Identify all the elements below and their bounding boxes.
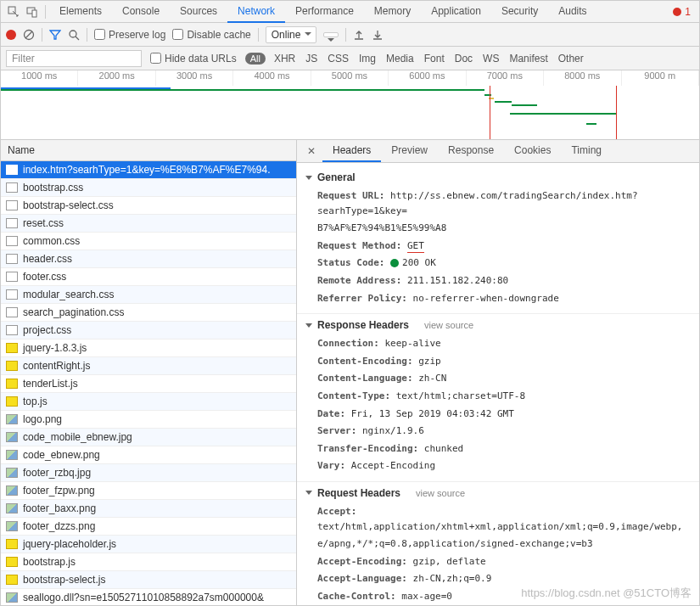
request-name: jquery-placeholder.js [23,538,116,550]
search-icon[interactable] [68,29,80,41]
view-source-link[interactable]: view source [416,488,465,498]
close-icon[interactable]: ✕ [300,145,322,157]
request-row[interactable]: reset.css [1,215,296,233]
document-file-icon [6,325,18,335]
detail-tab-headers[interactable]: Headers [322,140,381,162]
header-row: Transfer-Encoding: chunked [317,441,691,457]
ruler-tick: 2000 ms [78,70,155,86]
chevron-down-icon [305,32,311,36]
filter-input[interactable]: Filter [6,50,142,67]
tab-security[interactable]: Security [491,1,548,23]
detail-body[interactable]: General Request URL: http://ss.ebnew.com… [297,163,699,606]
clear-icon[interactable] [23,29,35,41]
inspect-icon[interactable] [4,3,23,21]
header-row: Server: nginx/1.9.6 [317,424,691,439]
error-count: 1 [685,6,691,18]
detail-tabs: ✕ HeadersPreviewResponseCookiesTiming [297,140,699,163]
filter-type-css[interactable]: CSS [328,53,349,65]
image-file-icon [6,450,18,460]
request-list[interactable]: index.htm?searhType=1&key=%E8%B7%AF%E7%9… [1,161,296,606]
tab-elements[interactable]: Elements [49,1,112,23]
js-file-icon [6,557,18,567]
detail-tab-preview[interactable]: Preview [381,140,438,162]
tab-network[interactable]: Network [227,1,285,23]
js-file-icon [6,361,18,371]
download-icon[interactable] [372,29,384,41]
throttle-select[interactable]: Online [266,26,317,43]
request-row[interactable]: logo.png [1,411,296,429]
request-row[interactable]: footer_rzbq.jpg [1,464,296,482]
timeline-overview[interactable]: 1000 ms2000 ms3000 ms4000 ms5000 ms6000 … [1,70,699,140]
image-file-icon [6,414,18,424]
triangle-down-icon[interactable] [305,176,312,180]
request-row[interactable]: footer.css [1,268,296,286]
upload-icon[interactable] [353,29,365,41]
triangle-down-icon[interactable] [305,491,312,495]
preserve-log-checkbox[interactable]: Preserve log [94,29,165,41]
request-row[interactable]: project.css [1,322,296,339]
request-row[interactable]: jquery-placeholder.js [1,536,296,553]
detail-panel: ✕ HeadersPreviewResponseCookiesTiming Ge… [297,140,699,606]
request-row[interactable]: jquery-1.8.3.js [1,339,296,357]
ruler-tick: 4000 ms [233,70,311,86]
request-row[interactable]: contentRight.js [1,357,296,375]
triangle-down-icon[interactable] [305,323,312,328]
request-row[interactable]: code_mobile_ebnew.jpg [1,429,296,446]
request-row[interactable]: bootstrap-select.css [1,197,296,215]
request-name: search_pagination.css [23,306,124,318]
filter-type-doc[interactable]: Doc [455,53,473,65]
request-name: logo.png [23,413,62,425]
filter-type-other[interactable]: Other [558,53,584,65]
filter-all[interactable]: All [245,53,266,65]
request-row[interactable]: seallogo.dll?sn=e15052711010858892a7sm00… [1,589,296,606]
detail-tab-cookies[interactable]: Cookies [504,140,561,162]
request-row[interactable]: tenderList.js [1,375,296,393]
request-row[interactable]: search_pagination.css [1,304,296,322]
filter-type-img[interactable]: Img [359,53,376,65]
disable-cache-checkbox[interactable]: Disable cache [172,29,250,41]
request-row[interactable]: footer_fzpw.png [1,482,296,500]
tab-performance[interactable]: Performance [285,1,364,23]
request-name: common.css [23,235,80,247]
filter-icon[interactable] [49,29,61,41]
filter-type-media[interactable]: Media [386,53,414,65]
tab-audits[interactable]: Audits [548,1,596,23]
filter-type-font[interactable]: Font [424,53,445,65]
request-row[interactable]: bootstrap.js [1,553,296,571]
request-name: bootstrap-select.css [23,199,114,211]
request-row[interactable]: header.css [1,250,296,268]
device-toggle-icon[interactable] [23,3,42,21]
tab-console[interactable]: Console [112,1,170,23]
document-file-icon [6,165,18,175]
svg-line-6 [76,36,79,40]
request-name: top.js [23,396,48,407]
detail-tab-response[interactable]: Response [438,140,504,162]
filter-type-manifest[interactable]: Manifest [509,53,547,65]
filter-type-js[interactable]: JS [305,53,317,65]
request-row[interactable]: footer_dzzs.png [1,518,296,536]
filter-type-xhr[interactable]: XHR [274,53,295,65]
error-badge[interactable]: 1 [673,6,696,18]
detail-tab-timing[interactable]: Timing [561,140,612,162]
request-row[interactable]: index.htm?searhType=1&key=%E8%B7%AF%E7%9… [1,161,296,179]
request-name: bootstrap-select.js [23,574,105,586]
request-row[interactable]: footer_baxx.png [1,500,296,518]
filter-type-ws[interactable]: WS [483,53,499,65]
request-row[interactable]: modular_search.css [1,286,296,304]
network-toolbar: Preserve log Disable cache Online [1,23,699,47]
request-row[interactable]: bootstrap.css [1,179,296,197]
request-row[interactable]: code_ebnew.png [1,446,296,464]
tab-application[interactable]: Application [421,1,491,23]
js-file-icon [6,343,18,353]
request-row[interactable]: bootstrap-select.js [1,571,296,589]
record-icon[interactable] [6,30,16,40]
tab-memory[interactable]: Memory [364,1,421,23]
view-source-link[interactable]: view source [424,320,473,330]
status-dot-icon [390,259,399,267]
tab-sources[interactable]: Sources [170,1,227,23]
name-column-header[interactable]: Name [1,140,296,161]
throttle-aux-select[interactable] [323,32,339,37]
request-row[interactable]: top.js [1,393,296,411]
request-row[interactable]: common.css [1,233,296,250]
hide-data-urls-checkbox[interactable]: Hide data URLs [150,53,237,65]
